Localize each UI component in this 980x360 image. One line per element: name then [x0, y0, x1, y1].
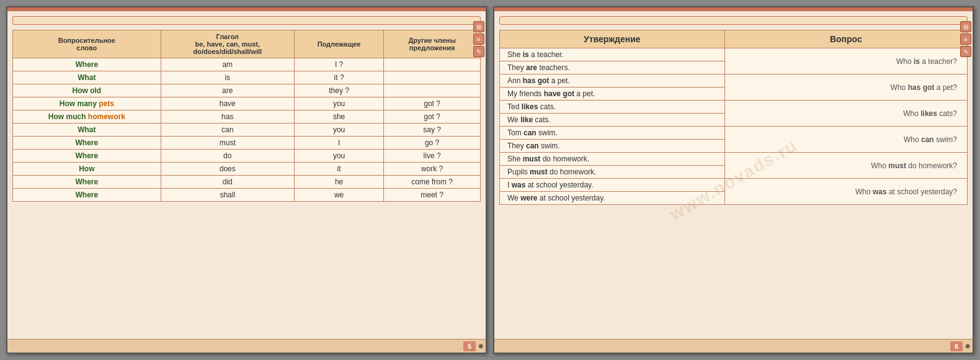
right-window: ⊞ ≡ ✎ www.novads.ru Утверждение Вопрос S… [493, 6, 974, 354]
left-subject-10: we [294, 189, 383, 202]
right-stmt-0-1: They are teachers. [500, 61, 725, 74]
left-bottom-bar: 5 ⊕ [7, 339, 486, 353]
left-other-4: got ? [384, 110, 481, 124]
right-content: Утверждение Вопрос She is a teacher.Who … [494, 11, 973, 339]
right-stmt-5-1: We were at school yesterday. [500, 192, 725, 205]
right-ctrl-btn-1[interactable]: ⊞ [960, 21, 971, 32]
right-question-5: Who was at school yesterday? [724, 179, 967, 205]
left-window-controls: ⊞ ≡ ✎ [472, 20, 486, 58]
right-window-controls: ⊞ ≡ ✎ [959, 20, 973, 58]
left-subject-9: he [294, 176, 383, 189]
right-main-title [499, 16, 968, 25]
left-verb-5: can [161, 124, 294, 137]
left-verb-8: does [161, 163, 294, 176]
right-table: Утверждение Вопрос She is a teacher.Who … [499, 30, 968, 205]
right-stmt-1-0: Ann has got a pet. [500, 74, 725, 88]
page-wrapper: ⊞ ≡ ✎ Вопросительноеслово Глаголbe, have… [0, 0, 980, 360]
right-question-2: Who likes cats? [724, 101, 967, 127]
left-header-2: Глаголbe, have, can, must,do/does/did/sh… [161, 30, 294, 58]
left-main-title [12, 16, 481, 25]
left-other-7: live ? [384, 150, 481, 163]
right-stmt-0-0: She is a teacher. [500, 48, 725, 61]
left-subject-3: you [294, 97, 383, 110]
left-content: Вопросительноеслово Глаголbe, have, can,… [7, 11, 486, 339]
left-other-10: meet ? [384, 189, 481, 202]
left-other-1 [384, 71, 481, 84]
left-qword-7: Where [13, 150, 161, 163]
left-verb-9: did [161, 176, 294, 189]
right-bottom-num: 6 [950, 341, 963, 351]
left-verb-7: do [161, 150, 294, 163]
right-stmt-4-0: She must do homework. [500, 153, 725, 166]
right-stmt-2-0: Ted likes cats. [500, 101, 725, 114]
left-verb-3: have [161, 97, 294, 110]
left-window: ⊞ ≡ ✎ Вопросительноеслово Глаголbe, have… [6, 6, 487, 354]
right-stmt-3-1: They can swim. [500, 140, 725, 153]
right-ctrl-btn-2[interactable]: ≡ [960, 34, 971, 45]
left-qword-4: How much homework [13, 110, 161, 124]
left-header-4: Другие членыпредложения [384, 30, 481, 58]
right-header-2: Вопрос [724, 30, 967, 48]
left-qword-6: Where [13, 137, 161, 150]
right-question-0: Who is a teacher? [724, 48, 967, 74]
left-verb-10: shall [161, 189, 294, 202]
left-qword-1: What [13, 71, 161, 84]
left-subject-2: they ? [294, 84, 383, 97]
left-other-2 [384, 84, 481, 97]
left-verb-6: must [161, 137, 294, 150]
left-qword-8: How [13, 163, 161, 176]
right-ctrl-btn-3[interactable]: ✎ [960, 46, 971, 57]
left-bottom-num: 5 [463, 341, 476, 351]
left-qword-2: How old [13, 84, 161, 97]
left-qword-0: Where [13, 58, 161, 71]
ctrl-btn-3[interactable]: ✎ [473, 46, 484, 57]
right-bottom-bar: 6 ⊕ [494, 339, 973, 353]
left-subject-6: I [294, 137, 383, 150]
right-bottom-icon: ⊕ [965, 343, 970, 349]
left-subject-4: she [294, 110, 383, 124]
left-subject-0: I ? [294, 58, 383, 71]
left-other-8: work ? [384, 163, 481, 176]
left-other-3: got ? [384, 97, 481, 110]
left-verb-1: is [161, 71, 294, 84]
right-question-1: Who has got a pet? [724, 74, 967, 101]
right-stmt-3-0: Tom can swim. [500, 127, 725, 140]
right-question-4: Who must do homework? [724, 153, 967, 179]
left-other-9: come from ? [384, 176, 481, 189]
left-verb-0: am [161, 58, 294, 71]
left-other-6: go ? [384, 137, 481, 150]
left-subject-7: you [294, 150, 383, 163]
right-stmt-5-0: I was at school yesterday. [500, 179, 725, 192]
ctrl-btn-2[interactable]: ≡ [473, 34, 484, 45]
left-other-5: say ? [384, 124, 481, 137]
left-qword-10: Where [13, 189, 161, 202]
left-subject-8: it [294, 163, 383, 176]
left-bottom-icon: ⊕ [478, 343, 483, 349]
ctrl-btn-1[interactable]: ⊞ [473, 21, 484, 32]
left-qword-9: Where [13, 176, 161, 189]
left-table: Вопросительноеслово Глаголbe, have, can,… [12, 30, 481, 202]
left-verb-2: are [161, 84, 294, 97]
right-stmt-2-1: We like cats. [500, 114, 725, 127]
left-subject-1: it ? [294, 71, 383, 84]
right-stmt-1-1: My friends have got a pet. [500, 88, 725, 101]
left-subject-5: you [294, 124, 383, 137]
right-question-3: Who can swim? [724, 127, 967, 153]
left-qword-3: How many pets [13, 97, 161, 110]
left-header-1: Вопросительноеслово [13, 30, 161, 58]
right-stmt-4-1: Pupils must do homework. [500, 166, 725, 179]
left-header-3: Подлежащее [294, 30, 383, 58]
right-header-1: Утверждение [500, 30, 725, 48]
left-other-0 [384, 58, 481, 71]
left-verb-4: has [161, 110, 294, 124]
left-qword-5: What [13, 124, 161, 137]
